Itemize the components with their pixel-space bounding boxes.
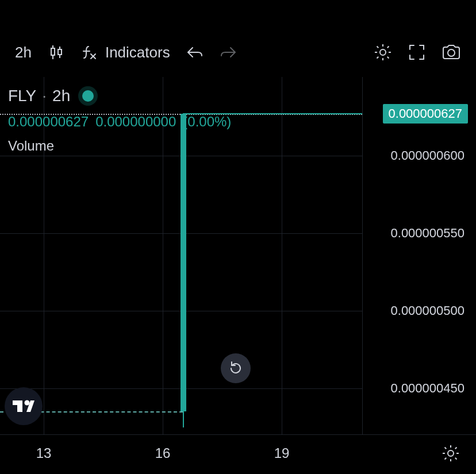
settings-button[interactable] (366, 38, 400, 67)
time-scale-settings-button[interactable] (442, 444, 460, 465)
legend-price: 0.000000627 (8, 114, 89, 130)
indicators-label: Indicators (105, 44, 170, 61)
snapshot-button[interactable] (433, 38, 469, 67)
fullscreen-icon (408, 44, 425, 61)
price-scale-current: 0.000000627 (383, 104, 468, 124)
legend-symbol: FLY (8, 87, 36, 105)
redo-icon (220, 45, 237, 59)
svg-point-15 (448, 450, 454, 456)
grid-vline (282, 77, 282, 434)
fullscreen-button[interactable] (400, 38, 433, 67)
reset-icon (228, 360, 244, 376)
legend-interval: 2h (52, 87, 70, 105)
legend-change-pct: (0.00%) (183, 114, 231, 130)
legend-status-dot-wrap (76, 86, 95, 106)
price-scale-tick: 0.000000600 (391, 148, 465, 163)
chart-pane[interactable]: FLY · 2h 0.000000627 0.000000000 (0.00%)… (0, 77, 476, 434)
tradingview-logo[interactable] (5, 387, 43, 425)
legend-change: 0.000000000 (95, 114, 176, 130)
svg-point-9 (380, 49, 386, 55)
camera-icon (442, 44, 461, 60)
legend-symbol-row[interactable]: FLY · 2h (8, 86, 231, 106)
undo-button[interactable] (178, 38, 212, 67)
redo-button[interactable] (212, 38, 245, 67)
svg-point-10 (448, 49, 455, 56)
candlestick-icon (48, 44, 65, 61)
gear-icon (374, 43, 392, 61)
legend-sep: · (42, 87, 47, 105)
legend-volume-row[interactable]: Volume (8, 138, 231, 154)
toolbar: 2h Indicators (0, 38, 476, 67)
legend-status-dot (82, 90, 94, 102)
legend-values-row: 0.000000627 0.000000000 (0.00%) (8, 114, 231, 130)
indicators-button[interactable]: Indicators (73, 38, 178, 67)
price-scale[interactable]: 0.000000627 0.000000600 0.000000550 0.00… (362, 77, 476, 434)
legend-volume-label: Volume (8, 138, 54, 153)
svg-point-13 (25, 400, 30, 406)
tradingview-icon (13, 399, 34, 413)
plot-area[interactable]: FLY · 2h 0.000000627 0.000000000 (0.00%)… (0, 77, 362, 434)
fx-icon (81, 44, 98, 61)
chart-legend: FLY · 2h 0.000000627 0.000000000 (0.00%)… (8, 86, 231, 154)
svg-rect-12 (17, 400, 22, 412)
candle-body (181, 114, 186, 411)
chart-style-selector[interactable] (40, 38, 73, 67)
price-scale-tick: 0.000000550 (391, 226, 465, 241)
time-scale-tick: 16 (155, 445, 171, 461)
svg-rect-4 (58, 49, 62, 55)
interval-selector[interactable]: 2h (7, 38, 40, 67)
time-scale-tick: 19 (274, 445, 290, 461)
price-scale-tick: 0.000000500 (391, 303, 465, 318)
reset-chart-button[interactable] (221, 353, 251, 383)
gear-icon (442, 444, 460, 463)
time-scale-tick: 13 (36, 445, 52, 461)
price-scale-tick: 0.000000450 (391, 381, 465, 396)
time-scale[interactable]: 13 16 19 (0, 434, 476, 474)
undo-icon (186, 45, 204, 59)
svg-rect-1 (51, 48, 55, 55)
